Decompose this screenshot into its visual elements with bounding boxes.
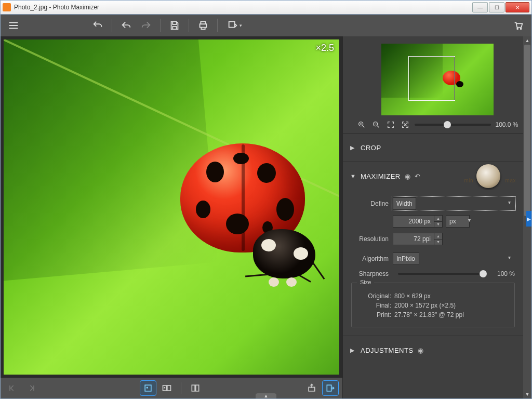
view-split-button[interactable] <box>188 381 203 395</box>
navigator-thumbnail[interactable] <box>381 44 494 115</box>
section-maximizer-header[interactable]: ▼ MAXIMIZER ◉ ↶ min max <box>343 162 523 190</box>
canvas-zoom-label: ×2.5 <box>315 43 334 54</box>
section-adjustments-label: ADJUSTMENTS <box>361 347 414 354</box>
size-legend: Size <box>357 279 374 285</box>
algorithm-select[interactable]: InPixio <box>393 252 419 265</box>
dial-min-label: min <box>464 178 473 183</box>
width-spinner[interactable]: ▲▼ <box>434 215 443 228</box>
app-icon <box>3 3 11 11</box>
svg-rect-0 <box>145 385 151 391</box>
size-print-label: Print: <box>358 311 391 318</box>
section-maximizer-label: MAXIMIZER <box>361 172 401 180</box>
panel-collapse-tab[interactable]: ▶ <box>526 211 531 227</box>
image-canvas[interactable]: ×2.5 <box>4 39 339 375</box>
print-button[interactable] <box>194 17 212 34</box>
size-final-value: 2000 × 1572 px (×2.5) <box>394 302 456 309</box>
view-compare-button[interactable] <box>159 381 175 395</box>
actual-size-icon[interactable] <box>400 119 410 130</box>
maximize-button[interactable]: ☐ <box>489 2 504 12</box>
chevron-right-icon: ▶ <box>350 347 355 354</box>
pan-right-button[interactable] <box>23 381 39 395</box>
svg-rect-8 <box>327 385 331 391</box>
scroll-up-icon[interactable]: ▲ <box>523 36 531 45</box>
reset-icon[interactable]: ↶ <box>415 172 421 180</box>
svg-rect-6 <box>195 385 198 391</box>
undo-button[interactable] <box>89 17 107 34</box>
view-single-button[interactable] <box>140 381 156 395</box>
top-toolbar: ▾ <box>1 15 531 36</box>
canvas-area: ×2.5 <box>1 36 342 398</box>
export-right-button[interactable] <box>323 381 338 395</box>
resolution-label: Resolution <box>351 235 389 243</box>
section-adjustments: ▶ ADJUSTMENTS ◉ <box>343 336 523 364</box>
section-adjustments-header[interactable]: ▶ ADJUSTMENTS ◉ <box>343 336 523 364</box>
svg-rect-3 <box>167 385 170 391</box>
menu-button[interactable] <box>5 17 22 34</box>
size-print-value: 27.78" × 21.83" @ 72 ppi <box>394 311 464 318</box>
scroll-down-icon[interactable]: ▼ <box>523 390 531 398</box>
chevron-down-icon: ▼ <box>350 173 355 179</box>
sharpness-value: 100 % <box>492 270 515 277</box>
resolution-spinner[interactable]: ▲▼ <box>434 233 443 245</box>
dial-max-label: max <box>506 178 516 183</box>
section-crop-label: CROP <box>361 144 381 152</box>
view-toolbar <box>1 378 342 398</box>
pan-left-button[interactable] <box>5 381 20 395</box>
side-panel: 100.0 % ▶ CROP ▼ MAXIMI <box>342 36 531 398</box>
svg-point-1 <box>146 387 148 389</box>
save-button[interactable] <box>166 17 183 34</box>
size-final-label: Final: <box>358 302 391 309</box>
size-original-label: Original: <box>358 292 391 300</box>
eye-icon[interactable]: ◉ <box>418 347 424 354</box>
cart-button[interactable] <box>510 17 527 34</box>
width-unit-select[interactable]: px <box>446 215 470 228</box>
history-back-button[interactable] <box>117 17 135 34</box>
fit-screen-icon[interactable] <box>385 119 396 130</box>
section-crop: ▶ CROP <box>343 133 523 162</box>
navigator: 100.0 % <box>343 36 531 133</box>
sharpness-slider[interactable] <box>398 273 487 275</box>
svg-point-4 <box>164 387 165 389</box>
size-original-value: 800 × 629 px <box>394 292 431 300</box>
window-title: Photo_2.jpg - Photo Maximizer <box>14 4 471 11</box>
export-up-button[interactable] <box>304 381 320 395</box>
width-input[interactable] <box>393 215 434 228</box>
minimize-button[interactable]: — <box>472 2 488 12</box>
zoom-slider[interactable] <box>415 124 491 126</box>
eye-icon[interactable]: ◉ <box>405 172 411 180</box>
image-content <box>4 39 339 375</box>
size-info-box: Size Original:800 × 629 px Final:2000 × … <box>351 283 515 327</box>
zoom-in-icon[interactable] <box>356 119 367 130</box>
define-select[interactable]: Width <box>393 197 416 210</box>
svg-rect-5 <box>192 385 195 391</box>
navigator-viewport[interactable] <box>408 56 455 101</box>
sharpness-label: Sharpness <box>351 270 389 277</box>
history-forward-button[interactable] <box>137 17 155 34</box>
section-maximizer: ▼ MAXIMIZER ◉ ↶ min max Define Width <box>343 162 523 336</box>
window-titlebar: Photo_2.jpg - Photo Maximizer — ☐ ✕ <box>0 0 532 15</box>
scrollbar-thumb[interactable] <box>524 45 530 216</box>
zoom-out-icon[interactable] <box>371 119 381 130</box>
resolution-input[interactable] <box>393 233 434 245</box>
chevron-right-icon: ▶ <box>350 144 355 151</box>
define-label: Define <box>351 200 389 207</box>
zoom-value: 100.0 % <box>495 121 518 128</box>
close-button[interactable]: ✕ <box>506 2 529 12</box>
share-button[interactable]: ▾ <box>223 17 246 34</box>
bottom-panel-pull[interactable]: ▲ <box>256 393 276 398</box>
algorithm-label: Algorithm <box>351 255 389 262</box>
section-crop-header[interactable]: ▶ CROP <box>343 134 523 162</box>
intensity-dial[interactable] <box>476 164 500 188</box>
